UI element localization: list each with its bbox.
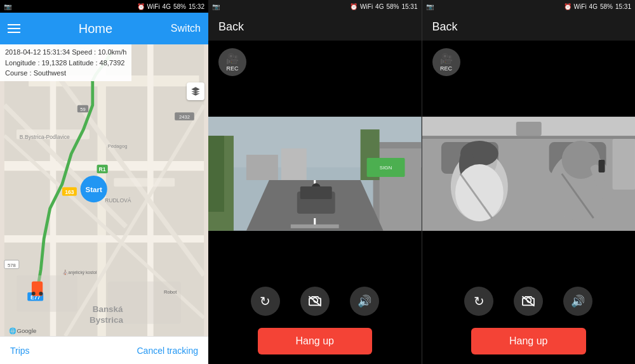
trips-link[interactable]: Trips [10, 346, 30, 356]
camera-icon-v2: 📷 [426, 3, 434, 10]
volume-icon-front: 🔊 [358, 294, 371, 308]
camera-toggle-interior[interactable] [514, 287, 543, 316]
svg-text:578: 578 [8, 263, 16, 268]
svg-point-39 [39, 292, 43, 296]
rec-button-front[interactable]: 🎥 REC [218, 48, 246, 76]
svg-text:anjelický kostol: anjelický kostol [68, 270, 97, 275]
svg-text:Start: Start [86, 186, 102, 193]
rec-label-front: REC [226, 65, 238, 72]
video-controls-front: ↻ 🔊 [208, 279, 422, 323]
svg-rect-79 [612, 139, 635, 190]
switch-button[interactable]: Switch [171, 23, 201, 34]
hang-up-area-interior: Hang up [422, 323, 636, 364]
app-bar: Home Switch [0, 13, 208, 44]
svg-point-38 [32, 292, 36, 296]
back-button-front[interactable]: Back [218, 20, 244, 34]
camera-icon-v1: 📷 [212, 3, 220, 10]
svg-rect-55 [291, 224, 339, 228]
info-line3: Course : Southwest [5, 68, 126, 79]
svg-text:Bystrica: Bystrica [90, 315, 123, 325]
wifi-icon: WiFi [147, 3, 160, 10]
signal-v1: 4G [375, 3, 384, 10]
time-v1: 15:31 [401, 3, 417, 10]
info-bar: 2018-04-12 15:31:34 Speed : 10.0km/h Lon… [0, 44, 131, 81]
svg-rect-78 [516, 122, 541, 136]
layers-button[interactable] [187, 82, 204, 100]
rec-button-interior[interactable]: 🎥 REC [432, 48, 460, 76]
camera-off-icon-int [521, 296, 535, 307]
svg-text:2432: 2432 [179, 114, 190, 120]
video-topbar-front: Back [208, 13, 422, 41]
rec-area-front: 🎥 REC [208, 41, 422, 84]
battery-text: 58% [173, 3, 186, 10]
volume-button-front[interactable]: 🔊 [350, 287, 379, 316]
rec-camera-icon-int: 🎥 [440, 53, 453, 65]
camera-toggle-front[interactable] [300, 287, 330, 316]
svg-rect-13 [114, 178, 175, 186]
rec-area-interior: 🎥 REC [422, 41, 636, 84]
volume-button-interior[interactable]: 🔊 [563, 287, 592, 316]
status-bar-video1: 📷 ⏰ WiFi 4G 58% 15:31 [208, 0, 422, 13]
hang-up-area-front: Hang up [208, 323, 422, 364]
alarm-icon: ⏰ [137, 3, 145, 10]
camera-off-icon [308, 296, 322, 307]
svg-text:RUDLOVÁ: RUDLOVÁ [105, 197, 131, 204]
info-line1: 2018-04-12 15:31:34 Speed : 10.0km/h [5, 47, 126, 58]
camera-icon: 📷 [4, 3, 11, 10]
svg-rect-54 [300, 186, 332, 199]
wifi-v1: WiFi [360, 3, 373, 10]
svg-text:🌐Google: 🌐Google [10, 327, 37, 335]
signal-v2: 4G [589, 3, 598, 10]
video-topbar-interior: Back [422, 13, 636, 41]
svg-text:59: 59 [80, 107, 86, 112]
status-bar-video2: 📷 ⏰ WiFi 4G 58% 15:31 [422, 0, 636, 13]
time-v2: 15:31 [615, 3, 631, 10]
alarm-icon-v2: ⏰ [564, 3, 572, 10]
svg-text:Robot: Robot [164, 289, 177, 295]
rec-label-interior: REC [440, 65, 452, 72]
rec-camera-icon: 🎥 [226, 53, 239, 65]
map-panel: 📷 ⏰ WiFi 4G 58% 15:32 Home Switch 2018-0… [0, 0, 208, 364]
map-view[interactable]: B.Bystrica-Podlavice Pedagog RUDLOVÁ Ban… [0, 44, 208, 336]
wifi-v2: WiFi [574, 3, 587, 10]
svg-text:163: 163 [65, 189, 74, 195]
hang-up-button-front[interactable]: Hang up [258, 328, 373, 354]
svg-rect-58 [281, 148, 307, 180]
back-button-interior[interactable]: Back [432, 20, 458, 34]
svg-point-71 [455, 164, 503, 221]
svg-rect-57 [246, 155, 278, 180]
app-title: Home [79, 22, 112, 36]
rotate-button-interior[interactable]: ↻ [464, 287, 493, 316]
video-spacer-int [422, 264, 636, 279]
video-panel-interior: 📷 ⏰ WiFi 4G 58% 15:31 Back 🎥 REC [422, 0, 636, 364]
rotate-icon-int: ↻ [474, 294, 485, 309]
svg-text:Pedagog: Pedagog [108, 143, 128, 149]
svg-rect-46 [208, 136, 224, 212]
alarm-icon-v1: ⏰ [350, 3, 358, 10]
svg-rect-75 [598, 160, 605, 172]
svg-text:⛪: ⛪ [62, 269, 69, 275]
map-controls [187, 82, 204, 100]
status-bar-map: 📷 ⏰ WiFi 4G 58% 15:32 [0, 0, 208, 13]
hang-up-button-interior[interactable]: Hang up [471, 328, 586, 354]
rotate-button-front[interactable]: ↻ [251, 287, 280, 316]
video-frame-interior [422, 84, 636, 264]
bottom-bar: Trips Cancel tracking [0, 336, 208, 364]
time-display: 15:32 [189, 3, 204, 10]
svg-text:B.Bystrica-Podlavice: B.Bystrica-Podlavice [20, 134, 70, 140]
signal-icon: 4G [163, 3, 171, 10]
volume-icon-int: 🔊 [571, 294, 585, 308]
video-frame-front: SIGN [208, 84, 422, 264]
video-controls-interior: ↻ 🔊 [422, 279, 636, 323]
info-line2: Longitude : 19,1328 Latitude : 48,7392 [5, 58, 126, 68]
video-spacer-front [208, 264, 422, 279]
rotate-icon-front: ↻ [260, 294, 271, 309]
menu-button[interactable] [8, 24, 20, 33]
svg-text:SIGN: SIGN [380, 165, 392, 171]
svg-text:Banská: Banská [93, 304, 123, 314]
svg-rect-14 [17, 275, 77, 312]
video-panel-front: 📷 ⏰ WiFi 4G 58% 15:31 Back 🎥 REC [208, 0, 422, 364]
cancel-tracking-link[interactable]: Cancel tracking [137, 346, 199, 356]
svg-text:R1: R1 [99, 166, 106, 172]
